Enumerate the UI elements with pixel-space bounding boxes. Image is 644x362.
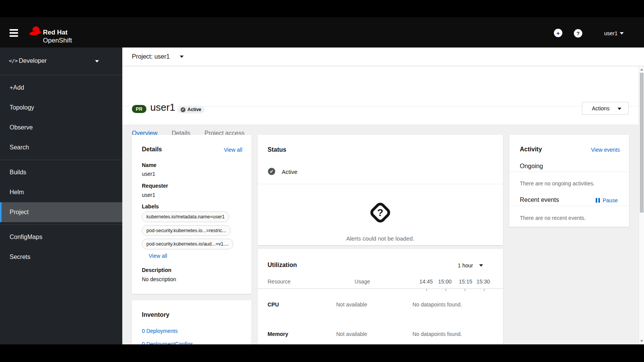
sidebar-item-add[interactable]: +Add (0, 78, 122, 98)
sidebar-item-helm[interactable]: Helm (0, 182, 122, 202)
column-header-usage: Usage (355, 278, 370, 285)
scroll-down-arrow-icon[interactable] (640, 340, 643, 342)
label-chip: pod-security.kubernetes.io...=restric... (142, 225, 231, 236)
sidebar-item-topology[interactable]: Topology (0, 98, 122, 118)
check-circle-icon: ✔ (181, 107, 186, 112)
sidebar-divider (0, 160, 122, 160)
resource-name: CPU (268, 301, 279, 308)
details-card-title: Details (142, 146, 162, 153)
perspective-label: Developer (19, 57, 47, 64)
pause-button[interactable]: Pause (596, 197, 618, 203)
unknown-icon: ? (368, 201, 392, 224)
time-tick-label: 14:45 (419, 278, 433, 285)
recent-empty-message: There are no recent events. (520, 215, 586, 221)
actions-button-label: Actions (592, 105, 610, 111)
time-tick-label: 15:15 (459, 278, 472, 285)
description-label: Description (142, 267, 171, 273)
redhat-hat-icon (29, 25, 42, 36)
code-icon: </> (9, 58, 18, 64)
column-header-resource: Resource (268, 278, 291, 285)
actions-button[interactable]: Actions (582, 102, 629, 115)
axis-tick (426, 289, 427, 291)
sidebar-item-secrets[interactable]: Secrets (0, 247, 122, 267)
utilization-card: Utilization 1 hour Resource Usage 14:45 … (258, 249, 503, 344)
hamburger-menu-icon[interactable] (10, 29, 18, 37)
chevron-down-icon (620, 32, 624, 34)
divider (509, 206, 629, 206)
project-selector[interactable]: Project: user1 (122, 48, 644, 66)
resource-graph-message: No datapoints found. (412, 331, 462, 337)
sidebar-item-configmaps[interactable]: ConfigMaps (0, 227, 122, 247)
activity-card-title: Activity (520, 146, 542, 153)
sidebar: </> Developer +Add Topology Observe Sear… (0, 48, 122, 344)
add-circle-icon[interactable]: + (554, 29, 562, 37)
scrollbar-thumb[interactable] (640, 73, 644, 213)
name-value: user1 (142, 171, 155, 177)
status-badge-label: Active (187, 107, 201, 112)
inventory-deploymentconfigs-link[interactable]: 0 DeploymentConfigs (142, 341, 193, 344)
project-badge: PR (132, 105, 146, 113)
inventory-card-title: Inventory (142, 311, 169, 318)
inventory-card: Inventory 0 Deployments 0 DeploymentConf… (132, 300, 251, 344)
ongoing-section-title: Ongoing (520, 163, 543, 170)
divider (509, 172, 629, 172)
scroll-up-arrow-icon[interactable] (640, 69, 643, 70)
main-content: Project: user1 PR user1 ✔ Active Actions… (122, 48, 644, 344)
axis-tick (465, 289, 465, 291)
ongoing-empty-message: There are no ongoing activities. (520, 180, 595, 187)
description-value: No description (142, 276, 176, 282)
utilization-card-title: Utilization (268, 262, 297, 269)
chevron-down-icon (95, 60, 99, 62)
axis-tick (445, 289, 446, 291)
labels-view-all-link[interactable]: View all (149, 253, 167, 259)
duration-select-value: 1 hour (458, 262, 473, 269)
recent-events-title: Recent events (520, 197, 559, 203)
sidebar-item-project[interactable]: Project (0, 202, 122, 222)
sidebar-item-search[interactable]: Search (0, 138, 122, 157)
time-axis (258, 288, 503, 289)
time-tick-label: 15:30 (476, 278, 490, 285)
requester-value: user1 (142, 192, 155, 198)
time-tick-label: 15:00 (438, 278, 452, 285)
page-header: PR user1 ✔ Active Actions Overview Detai… (122, 66, 644, 124)
masthead: Red Hat OpenShift + ? user1 (0, 17, 644, 48)
view-events-link[interactable]: View events (591, 147, 620, 153)
requester-label: Requester (142, 183, 168, 189)
activity-card: Activity View events Ongoing There are n… (509, 135, 629, 227)
check-circle-icon: ✔ (268, 168, 275, 175)
duration-select[interactable]: 1 hour (458, 262, 483, 269)
chevron-down-icon (618, 108, 621, 110)
label-chip: pod-security.kubernetes.io/aud...=v1.... (142, 239, 233, 249)
resource-usage: Not available (336, 331, 367, 337)
screen: Red Hat OpenShift + ? user1 </> Develope… (0, 0, 644, 362)
page-title: user1 (150, 102, 175, 113)
help-icon[interactable]: ? (574, 29, 582, 38)
chevron-down-icon (180, 56, 184, 58)
details-card: Details View all Name user1 Requester us… (132, 135, 251, 294)
resource-graph-message: No datapoints found. (412, 301, 462, 308)
brand-line1: Red Hat (43, 28, 72, 36)
status-card: Status ✔ Active ? Alerts could not be lo… (258, 135, 503, 245)
label-chip: kubernetes.io/metadata.name=user1 (142, 211, 229, 222)
vertical-scrollbar[interactable] (639, 66, 644, 344)
status-badge: ✔ Active (177, 106, 205, 113)
inventory-deployments-link[interactable]: 0 Deployments (142, 328, 177, 334)
brand-text: Red Hat OpenShift (43, 28, 72, 44)
perspective-switcher[interactable]: </> Developer (0, 48, 122, 75)
status-card-title: Status (268, 146, 286, 153)
sidebar-item-builds[interactable]: Builds (0, 162, 122, 182)
brand-line2: OpenShift (43, 36, 72, 44)
pause-button-label: Pause (603, 197, 618, 203)
sidebar-item-observe[interactable]: Observe (0, 118, 122, 138)
details-view-all-link[interactable]: View all (224, 147, 242, 153)
user-menu-label: user1 (604, 30, 618, 36)
name-label: Name (142, 162, 156, 168)
labels-label: Labels (142, 203, 159, 210)
pause-icon (596, 198, 600, 203)
chevron-down-icon (479, 264, 483, 267)
axis-tick (484, 289, 485, 291)
user-menu[interactable]: user1 (604, 30, 624, 36)
divider (258, 184, 503, 184)
resource-name: Memory (268, 331, 288, 337)
alerts-message: Alerts could not be loaded. (258, 235, 503, 242)
